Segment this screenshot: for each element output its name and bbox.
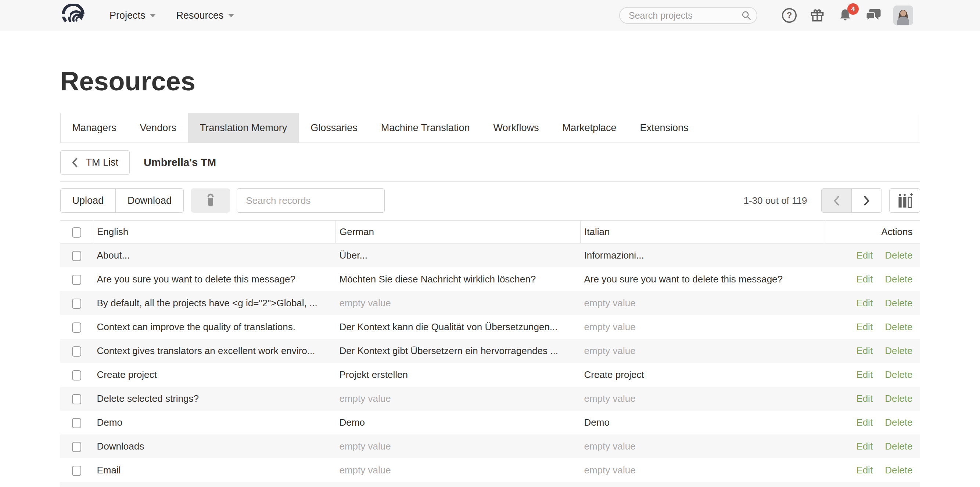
cell-english: By default, all the projects have <g id=… [93, 291, 336, 315]
delete-records-button[interactable] [191, 189, 230, 213]
table-row: Delete selected strings? empty value emp… [60, 387, 920, 411]
cell-italian: empty value [581, 435, 826, 458]
manage-columns-button[interactable] [889, 189, 920, 213]
gift-icon[interactable] [808, 6, 826, 25]
cell-italian: Are you sure you want to delete this mes… [581, 267, 826, 291]
row-checkbox[interactable] [72, 418, 81, 428]
tab-vendors[interactable]: Vendors [128, 113, 188, 143]
page-content: Resources ManagersVendorsTranslation Mem… [60, 68, 920, 487]
cell-german: empty value [336, 291, 581, 315]
cell-actions: Edit Delete [826, 411, 920, 435]
edit-link[interactable]: Edit [856, 298, 873, 308]
next-row-partial [60, 482, 920, 487]
delete-link[interactable]: Delete [885, 298, 912, 308]
table-body: About... Über... Informazioni... Edit De… [60, 243, 920, 482]
delete-link[interactable]: Delete [885, 250, 912, 261]
cell-actions: Edit Delete [826, 243, 920, 267]
upload-download-group: Upload Download [60, 189, 184, 213]
chevron-left-icon [72, 157, 78, 168]
trash-icon [205, 193, 216, 208]
delete-link[interactable]: Delete [885, 369, 912, 380]
tm-toolbar: Upload Download 1-30 out of 119 [60, 189, 920, 213]
cell-german: Projekt erstellen [336, 363, 581, 387]
search-records-input[interactable] [237, 189, 385, 213]
cell-actions: Edit Delete [826, 387, 920, 411]
prev-page-button[interactable] [821, 189, 852, 213]
cell-german: empty value [336, 458, 581, 482]
cell-german: empty value [336, 435, 581, 458]
tab-extensions[interactable]: Extensions [628, 113, 700, 143]
header-actions: Actions [826, 221, 920, 243]
row-checkbox[interactable] [72, 275, 81, 285]
columns-icon [896, 192, 913, 209]
messages-chat-icon[interactable] [864, 6, 882, 25]
edit-link[interactable]: Edit [856, 465, 873, 476]
row-checkbox[interactable] [72, 442, 81, 452]
select-all-checkbox[interactable] [72, 227, 81, 238]
search-icon[interactable] [741, 10, 751, 22]
tm-list-label: TM List [86, 157, 119, 168]
next-page-button[interactable] [851, 189, 882, 213]
row-checkbox[interactable] [72, 251, 81, 261]
cell-actions: Edit Delete [826, 291, 920, 315]
help-icon[interactable]: ? [780, 6, 799, 25]
search-projects-input[interactable] [619, 7, 757, 24]
tm-list-back-button[interactable]: TM List [60, 150, 130, 175]
cell-italian: empty value [581, 387, 826, 411]
download-button[interactable]: Download [115, 189, 184, 213]
edit-link[interactable]: Edit [856, 417, 873, 428]
cell-german: Demo [336, 411, 581, 435]
chevron-left-icon [834, 195, 840, 206]
row-checkbox[interactable] [72, 394, 81, 405]
nav-resources-menu[interactable]: Resources [177, 10, 234, 21]
tab-managers[interactable]: Managers [60, 113, 128, 143]
tab-translation-memory[interactable]: Translation Memory [188, 113, 299, 143]
edit-link[interactable]: Edit [856, 441, 873, 452]
row-checkbox[interactable] [72, 466, 81, 476]
delete-link[interactable]: Delete [885, 417, 912, 428]
edit-link[interactable]: Edit [856, 274, 873, 285]
delete-link[interactable]: Delete [885, 345, 912, 356]
row-checkbox[interactable] [72, 322, 81, 333]
delete-link[interactable]: Delete [885, 321, 912, 332]
row-checkbox[interactable] [72, 370, 81, 381]
cell-english: Are you sure you want to delete this mes… [93, 267, 336, 291]
tab-workflows[interactable]: Workflows [481, 113, 550, 143]
delete-link[interactable]: Delete [885, 393, 912, 404]
table-row: Downloads empty value empty value Edit D… [60, 435, 920, 458]
edit-link[interactable]: Edit [856, 393, 873, 404]
cell-actions: Edit Delete [826, 458, 920, 482]
cell-german: Der Kontext kann die Qualität von Überse… [336, 315, 581, 339]
cell-english: Context can improve the quality of trans… [93, 315, 336, 339]
toolbar-right: 1-30 out of 119 [744, 189, 920, 213]
delete-link[interactable]: Delete [885, 441, 912, 452]
table-row: Email empty value empty value Edit Delet… [60, 458, 920, 482]
top-navbar: Projects Resources ? [0, 0, 980, 31]
notifications-bell-icon[interactable]: 4 [836, 6, 854, 25]
delete-link[interactable]: Delete [885, 465, 912, 476]
delete-link[interactable]: Delete [885, 274, 912, 285]
cell-german: Über... [336, 243, 581, 267]
pagination-status: 1-30 out of 119 [744, 195, 807, 206]
edit-link[interactable]: Edit [856, 321, 873, 332]
tab-machine-translation[interactable]: Machine Translation [369, 113, 482, 143]
tab-glossaries[interactable]: Glossaries [299, 113, 369, 143]
cell-english: Delete selected strings? [93, 387, 336, 411]
projects-search [619, 7, 757, 24]
table-header-row: English German Italian Actions [60, 221, 920, 243]
user-avatar[interactable] [893, 5, 913, 25]
header-english: English [93, 221, 336, 243]
upload-button[interactable]: Upload [60, 189, 116, 213]
breadcrumb: TM List Umbrella's TM [60, 150, 920, 175]
cell-english: Demo [93, 411, 336, 435]
nav-projects-menu[interactable]: Projects [110, 10, 156, 21]
edit-link[interactable]: Edit [856, 345, 873, 356]
tm-records-table: English German Italian Actions About... … [60, 220, 920, 482]
app-logo-icon[interactable] [59, 4, 89, 27]
row-checkbox[interactable] [72, 346, 81, 357]
edit-link[interactable]: Edit [856, 250, 873, 261]
row-checkbox[interactable] [72, 298, 81, 309]
tab-marketplace[interactable]: Marketplace [550, 113, 628, 143]
edit-link[interactable]: Edit [856, 369, 873, 380]
table-row: Context can improve the quality of trans… [60, 315, 920, 339]
